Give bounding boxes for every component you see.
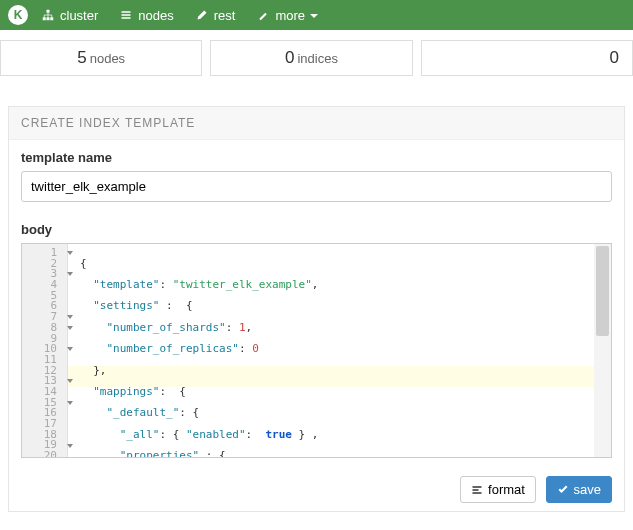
stat-nodes-label: nodes <box>90 51 125 66</box>
wand-icon <box>257 9 269 21</box>
fold-arrow-icon[interactable] <box>67 401 73 405</box>
stat-third[interactable]: 0 <box>421 40 633 76</box>
fold-arrow-icon[interactable] <box>67 326 73 330</box>
scrollbar-thumb[interactable] <box>596 246 609 336</box>
line-number: 20 <box>22 451 57 458</box>
stat-indices-label: indices <box>297 51 337 66</box>
stat-third-count: 0 <box>610 48 619 68</box>
logo-icon[interactable]: K <box>8 5 28 25</box>
nav-cluster-label: cluster <box>60 8 98 23</box>
sitemap-icon <box>42 9 54 21</box>
fold-arrow-icon[interactable] <box>67 444 73 448</box>
svg-rect-3 <box>50 17 53 20</box>
fold-arrow-icon[interactable] <box>67 315 73 319</box>
svg-rect-8 <box>473 489 479 491</box>
align-icon <box>471 484 483 496</box>
check-icon <box>557 484 569 496</box>
template-name-label: template name <box>21 150 612 165</box>
fold-gutter <box>68 244 80 457</box>
svg-rect-1 <box>43 17 46 20</box>
stat-nodes[interactable]: 5 nodes <box>0 40 202 76</box>
editor-scrollbar[interactable] <box>594 244 611 457</box>
format-button-label: format <box>488 482 525 497</box>
save-button[interactable]: save <box>546 476 612 503</box>
save-button-label: save <box>574 482 601 497</box>
template-name-input[interactable] <box>21 171 612 202</box>
editor-content[interactable]: { "template": "twitter_elk_example", "se… <box>80 244 594 457</box>
list-icon <box>120 9 132 21</box>
fold-arrow-icon[interactable] <box>67 272 73 276</box>
body-label: body <box>21 222 612 237</box>
nav-cluster[interactable]: cluster <box>42 8 98 23</box>
svg-rect-9 <box>473 492 482 494</box>
nav-nodes[interactable]: nodes <box>120 8 173 23</box>
editor-gutter: 1 2 3 4 5 6 7 8 9 10 11 12 13 14 15 16 1… <box>22 244 68 457</box>
svg-rect-0 <box>47 10 50 13</box>
svg-rect-4 <box>122 11 131 13</box>
svg-rect-6 <box>122 17 131 19</box>
fold-arrow-icon[interactable] <box>67 379 73 383</box>
pencil-icon <box>196 9 208 21</box>
stats-row: 5 nodes 0 indices 0 <box>0 30 633 86</box>
svg-rect-5 <box>122 14 131 16</box>
top-nav: K cluster nodes rest more <box>0 0 633 30</box>
stat-indices-count: 0 <box>285 48 294 68</box>
nav-more-label: more <box>275 8 305 23</box>
format-button[interactable]: format <box>460 476 536 503</box>
fold-arrow-icon[interactable] <box>67 251 73 255</box>
create-template-panel: CREATE INDEX TEMPLATE template name body… <box>8 106 625 512</box>
json-editor[interactable]: 1 2 3 4 5 6 7 8 9 10 11 12 13 14 15 16 1… <box>21 243 612 458</box>
svg-rect-7 <box>473 486 482 488</box>
panel-title: CREATE INDEX TEMPLATE <box>9 107 624 140</box>
chevron-down-icon <box>310 8 324 23</box>
nav-rest-label: rest <box>214 8 236 23</box>
nav-nodes-label: nodes <box>138 8 173 23</box>
stat-nodes-count: 5 <box>77 48 86 68</box>
svg-rect-2 <box>47 17 50 20</box>
button-row: format save <box>9 468 624 511</box>
fold-arrow-icon[interactable] <box>67 347 73 351</box>
nav-rest[interactable]: rest <box>196 8 236 23</box>
nav-more[interactable]: more <box>257 8 324 23</box>
stat-indices[interactable]: 0 indices <box>210 40 412 76</box>
